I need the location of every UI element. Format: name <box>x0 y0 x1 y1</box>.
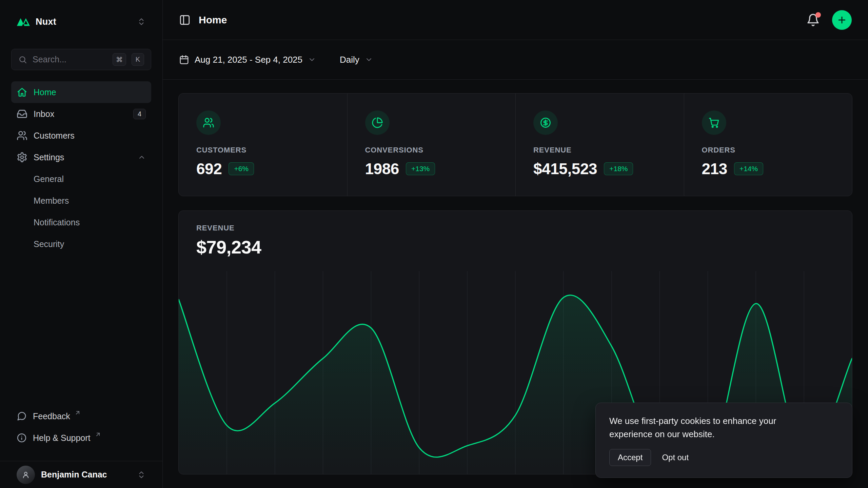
sidebar-item-customers[interactable]: Customers <box>11 125 151 146</box>
revenue-chart-label: REVENUE <box>196 224 834 232</box>
stat-card-conversions[interactable]: CONVERSIONS 1986 +13% <box>347 94 516 196</box>
stat-card-customers[interactable]: CUSTOMERS 692 +6% <box>179 94 347 196</box>
sidebar-item-feedback[interactable]: Feedback <box>11 405 151 427</box>
optout-button[interactable]: Opt out <box>657 449 693 466</box>
inbox-icon <box>17 108 27 119</box>
user-menu[interactable]: Benjamin Canac <box>0 461 162 488</box>
cookie-toast: We use first-party cookies to enhance yo… <box>595 403 852 478</box>
chevrons-up-down-icon <box>137 17 146 26</box>
sidebar-item-label: Home <box>34 87 56 97</box>
circle-dollar-icon <box>533 110 558 135</box>
calendar-icon <box>179 55 189 65</box>
search-input[interactable]: Search... ⌘ K <box>11 49 151 70</box>
message-circle-icon <box>17 411 27 421</box>
kbd-k: K <box>132 53 144 66</box>
chevron-down-icon <box>308 56 316 64</box>
chevron-up-icon <box>138 153 146 161</box>
users-icon <box>17 130 27 141</box>
sidebar-item-general[interactable]: General <box>11 168 151 190</box>
page-header: Home <box>163 0 868 40</box>
stat-value: 1986 <box>365 160 399 178</box>
home-icon <box>17 87 27 98</box>
sidebar-item-label: Settings <box>34 152 64 162</box>
revenue-chart-header: REVENUE $79,234 <box>179 211 852 258</box>
info-circle-icon <box>17 433 27 443</box>
notification-dot <box>815 12 821 18</box>
stat-value: 692 <box>196 160 222 178</box>
sidebar-item-label: Members <box>34 196 69 206</box>
search-icon <box>18 55 27 64</box>
sidebar-item-label: Inbox <box>34 109 54 119</box>
cookie-message: We use first-party cookies to enhance yo… <box>609 414 816 441</box>
sidebar-item-settings[interactable]: Settings <box>11 146 151 168</box>
workspace-name: Nuxt <box>36 17 56 27</box>
stat-card-revenue[interactable]: REVENUE $415,523 +18% <box>515 94 684 196</box>
external-link-icon <box>74 409 81 416</box>
sidebar-item-home[interactable]: Home <box>11 81 151 103</box>
stat-label: CUSTOMERS <box>196 146 330 155</box>
sidebar-nav: Home Inbox 4 Customers Settings Ge <box>11 81 151 255</box>
gear-icon <box>17 152 27 163</box>
accept-button[interactable]: Accept <box>609 449 651 466</box>
sidebar-item-members[interactable]: Members <box>11 190 151 211</box>
chevron-down-icon <box>365 56 373 64</box>
header-actions <box>806 10 852 30</box>
add-button[interactable] <box>832 10 852 30</box>
stat-label: REVENUE <box>533 146 666 155</box>
search-placeholder: Search... <box>33 55 107 64</box>
workspace-switcher[interactable]: Nuxt <box>11 10 151 33</box>
sidebar: Nuxt Search... ⌘ K Home Inbox 4 <box>0 0 163 488</box>
stat-delta-badge: +14% <box>734 162 763 175</box>
avatar <box>17 466 35 484</box>
stat-label: CONVERSIONS <box>365 146 498 155</box>
inbox-count-badge: 4 <box>133 109 146 119</box>
sidebar-item-label: General <box>34 174 64 184</box>
shopping-cart-icon <box>702 110 726 135</box>
period-select[interactable]: Daily <box>340 55 373 65</box>
revenue-chart-value: $79,234 <box>196 237 834 258</box>
sidebar-item-label: Feedback <box>33 411 70 421</box>
sidebar-item-label: Notifications <box>34 218 80 227</box>
external-link-icon <box>95 431 101 438</box>
stat-value: 213 <box>702 160 727 178</box>
stat-value: $415,523 <box>533 160 597 178</box>
sidebar-item-help-support[interactable]: Help & Support <box>11 427 151 449</box>
user-name: Benjamin Canac <box>41 470 107 480</box>
stats-grid: CUSTOMERS 692 +6% CONVERSIONS 1986 +13% <box>178 93 852 196</box>
stat-delta-badge: +18% <box>604 162 633 175</box>
stat-card-orders[interactable]: ORDERS 213 +14% <box>684 94 852 196</box>
sidebar-spacer <box>0 255 162 405</box>
date-range-value: Aug 21, 2025 - Sep 4, 2025 <box>195 55 302 65</box>
users-icon <box>196 110 221 135</box>
stat-delta-badge: +13% <box>406 162 435 175</box>
chevrons-up-down-icon <box>137 470 146 479</box>
sidebar-item-label: Help & Support <box>33 433 91 443</box>
sidebar-item-security[interactable]: Security <box>11 233 151 255</box>
panel-left-icon[interactable] <box>179 14 191 26</box>
date-range-picker[interactable]: Aug 21, 2025 - Sep 4, 2025 <box>179 55 316 65</box>
filters-toolbar: Aug 21, 2025 - Sep 4, 2025 Daily <box>163 40 868 80</box>
nuxt-logo-icon <box>17 17 30 26</box>
page-title: Home <box>199 14 227 26</box>
pie-chart-icon <box>365 110 390 135</box>
period-value: Daily <box>340 55 359 65</box>
sidebar-item-label: Customers <box>34 131 75 141</box>
stat-delta-badge: +6% <box>229 162 254 175</box>
cookie-actions: Accept Opt out <box>609 449 839 466</box>
sidebar-item-label: Security <box>34 239 64 249</box>
sidebar-item-inbox[interactable]: Inbox 4 <box>11 103 151 125</box>
kbd-meta: ⌘ <box>113 53 126 66</box>
stat-label: ORDERS <box>702 146 835 155</box>
notifications-button[interactable] <box>806 13 820 27</box>
sidebar-footer: Feedback Help & Support <box>11 405 151 449</box>
sidebar-item-notifications[interactable]: Notifications <box>11 211 151 233</box>
